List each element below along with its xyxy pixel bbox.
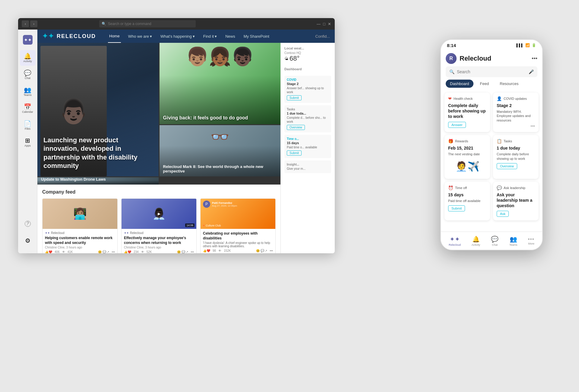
time-off-card[interactable]: Time o... 15 days Paid time o... availab…	[284, 135, 331, 158]
hero-bottom-mid-article[interactable]: 👓 Relecloud Mark 8: See the world throug…	[160, 125, 281, 176]
weather-location: Contoso HQ	[284, 51, 331, 55]
minimize-button[interactable]: —	[317, 22, 321, 26]
feed-card-image-1: 👨🏿‍💼 ▶ 14:06	[122, 199, 196, 229]
play-icon-1[interactable]: ▶	[155, 210, 163, 218]
reactions-1[interactable]: 😊 💬 ↗	[177, 250, 188, 253]
mob-nav-chat-icon: 💬	[491, 236, 498, 243]
sidebar-item-calendar[interactable]: 📅 Calendar	[20, 101, 36, 116]
sidebar-item-files[interactable]: 📄 Files	[20, 118, 36, 133]
hero-bottom-right-text: Update to Washington Drone Laws	[41, 177, 155, 182]
rewards-card[interactable]: 🎁 Rewards Feb 15, 2021 The next vesting …	[445, 135, 490, 179]
time-off-submit-mobile-btn[interactable]: Submit	[448, 205, 465, 211]
mobile-status-bar: 8:14 ▌▌▌ 📶 🔋	[441, 40, 542, 51]
mobile-search-box[interactable]: 🔍 🎤	[446, 66, 537, 77]
microphone-icon[interactable]: 🎤	[529, 69, 534, 74]
feed-card-1[interactable]: 👨🏿‍💼 ▶ 14:06 ✦✦ Relecloud Effec	[121, 198, 197, 253]
mob-nav-chat[interactable]: 💬 Chat	[489, 234, 501, 248]
mob-nav-relecloud-icon: ✦✦	[450, 236, 460, 243]
hero-main-article[interactable]: 📋 👨🏿 Launching new product innovation, d…	[37, 43, 159, 176]
nav-link-whats-happening[interactable]: What's happening ▾	[159, 30, 196, 43]
time-off-mobile-header: ⏰ Time off	[448, 185, 486, 190]
tasks-card[interactable]: Tasks 1 due toda... Complete d... before…	[284, 105, 331, 132]
insight-text: Give your m...	[287, 167, 329, 171]
covid-more-icon[interactable]: •••	[530, 124, 535, 128]
more-options-2[interactable]: •••	[270, 249, 273, 252]
mobile-avatar[interactable]: R	[446, 53, 457, 64]
sidebar-item-help[interactable]: ?	[20, 216, 36, 232]
nav-link-who-we-are[interactable]: Who we are ▾	[127, 30, 153, 43]
feed-card-author-0: Christine Cline, 3 hours ago	[45, 246, 115, 249]
covid-updates-card[interactable]: 👤 COVID updates Stage 2 Mandatory WFH. E…	[493, 93, 539, 132]
mobile-more-button[interactable]: •••	[532, 55, 537, 62]
titlebar-search-box[interactable]: 🔍	[99, 20, 196, 27]
close-button[interactable]: ✕	[328, 22, 331, 26]
mob-nav-teams-icon: 👥	[510, 236, 517, 243]
covid-updates-text: Mandatory WFH. Employee updates and reso…	[497, 109, 535, 122]
sidebar-item-chat[interactable]: 💬 Chat	[20, 67, 36, 83]
feed-card-body-2: Celebrating our employees with disabilit…	[201, 229, 275, 253]
hero-top-right-article[interactable]: 👦🏽👧🏾👦🏿 Giving back: it feels good to do …	[160, 43, 281, 124]
nav-link-find-it[interactable]: Find it ▾	[202, 30, 218, 43]
settings-icon: ⚙	[25, 238, 30, 244]
sidebar-label-calendar: Calendar	[22, 110, 33, 113]
main-content: ✦✦ RELECLOUD Home Who we are ▾ What's ha…	[37, 30, 335, 253]
activity-icon: 🔔	[24, 53, 31, 59]
more-options-1[interactable]: •••	[191, 250, 194, 253]
sidebar-item-activity[interactable]: 🔔 Activity	[20, 50, 36, 66]
comment-icon-0[interactable]: 😊 💬 ↗	[98, 250, 109, 253]
reactions-2[interactable]: 😊 💬 ↗	[256, 249, 267, 252]
tasks-overview-mobile-btn[interactable]: Overview	[497, 163, 517, 169]
covid-submit-btn[interactable]: Submit	[287, 95, 302, 100]
hero-main-text-overlay: Launching new product innovation, develo…	[43, 136, 153, 170]
ask-leadership-card[interactable]: 💬 Ask leadership Ask your leadership tea…	[493, 182, 539, 221]
rewards-text: The next vesting date	[448, 152, 486, 156]
mob-nav-more[interactable]: ••• More	[526, 236, 537, 246]
tasks-count: 1 due toda...	[287, 112, 329, 115]
feed-card-body-1: ✦✦ Relecloud Effectively manage your emp…	[122, 229, 196, 253]
titlebar-search-input[interactable]	[108, 22, 193, 26]
feed-card-body-0: ✦✦ Relecloud Helping customers enable re…	[43, 229, 117, 253]
sidebar-item-settings[interactable]: ⚙	[20, 233, 36, 248]
health-check-card[interactable]: ❤ Health check Complete daily before sho…	[445, 93, 490, 132]
hero-main-headline: Launching new product innovation, develo…	[43, 136, 153, 170]
forward-button[interactable]: ›	[30, 21, 37, 27]
time-off-mobile-card[interactable]: ⏰ Time off 15 days Paid time off availab…	[445, 182, 490, 221]
time-off-mobile-text: Paid time off available	[448, 199, 486, 203]
content-area: 📋 👨🏿 Launching new product innovation, d…	[37, 43, 335, 253]
tab-resources[interactable]: Resources	[495, 80, 523, 88]
weather-temp: 68°	[290, 55, 299, 62]
feed-card-title-0: Helping customers enable remote work wit…	[45, 236, 115, 245]
nav-link-home[interactable]: Home	[108, 30, 121, 43]
back-button[interactable]: ‹	[22, 21, 29, 27]
time-off-submit-btn[interactable]: Submit	[287, 150, 302, 156]
mob-nav-relecloud[interactable]: ✦✦ Relecloud	[446, 234, 463, 248]
more-options-0[interactable]: •••	[112, 250, 115, 253]
health-check-answer-btn[interactable]: Answer	[448, 122, 466, 128]
tab-feed[interactable]: Feed	[476, 80, 493, 88]
mob-nav-activity[interactable]: 🔔 Activity	[469, 234, 483, 248]
feed-card-footer-1: 👍❤️ 234 👁 52K 😊 💬 ↗ •••	[124, 250, 194, 253]
covid-card[interactable]: COVID Stage 2 Answer bef... showing up t…	[284, 76, 331, 103]
sidebar-item-apps[interactable]: ⊞ Apps	[20, 134, 36, 150]
tasks-overview-btn[interactable]: Overview	[287, 125, 305, 130]
mobile-search-input[interactable]	[457, 69, 526, 74]
feed-card-2[interactable]: P Patti Fernandez Aug 27, 2020, 12:30pm	[200, 198, 276, 253]
nav-link-my-sharepoint[interactable]: My SharePoint	[242, 30, 271, 43]
dashboard-label: Dashboard	[284, 67, 331, 71]
tab-dashboard[interactable]: Dashboard	[446, 80, 473, 88]
covid-badge: COVID	[287, 78, 329, 81]
ask-leadership-btn[interactable]: Ask	[497, 211, 509, 217]
hero-top-right-image: 👦🏽👧🏾👦🏿	[160, 43, 281, 124]
mob-nav-activity-label: Activity	[472, 243, 480, 246]
nav-link-news[interactable]: News	[224, 30, 236, 43]
tasks-mobile-card[interactable]: 📋 Tasks 1 due today Complete daily befor…	[493, 135, 539, 179]
weather-label: Local weat...	[284, 46, 331, 50]
hero-bottom-right-article[interactable]: 🚁 Update to Washington Drone Laws	[37, 177, 159, 185]
sidebar-item-teams[interactable]: 👥 Teams	[20, 84, 36, 100]
mob-nav-teams[interactable]: 👥 Teams	[507, 234, 520, 248]
dashboard-section: Dashboard	[284, 67, 331, 71]
maximize-button[interactable]: □	[323, 22, 325, 26]
feed-card-0[interactable]: 👩🏽‍💻 ✦✦ Relecloud Helping customers enab…	[42, 198, 118, 253]
insight-card[interactable]: Insight... Give your m...	[284, 160, 331, 173]
covid-updates-title: COVID updates	[504, 97, 527, 100]
